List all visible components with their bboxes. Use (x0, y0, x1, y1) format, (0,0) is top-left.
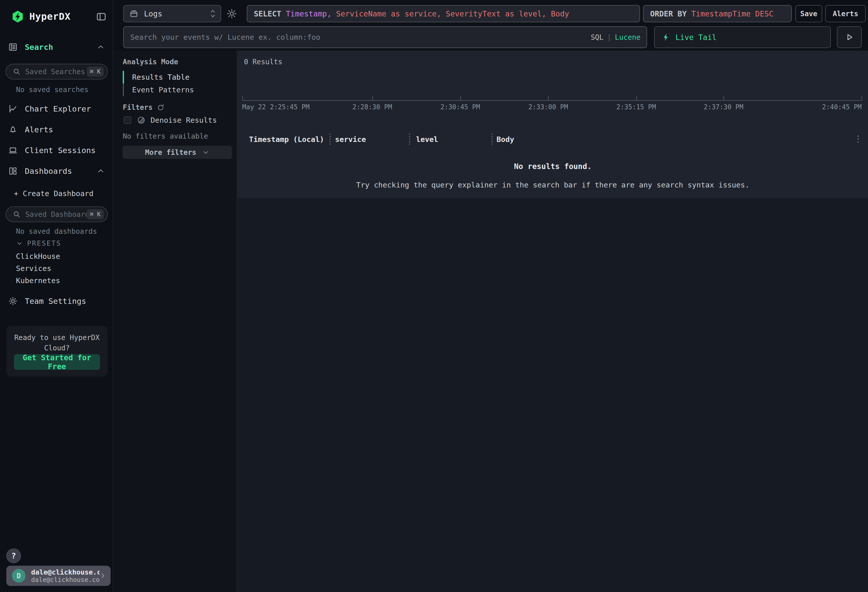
logs-list-icon (8, 42, 18, 52)
column-resize-handle[interactable] (329, 134, 331, 145)
get-started-button[interactable]: Get Started for Free (14, 354, 100, 370)
source-select-value: Logs (144, 9, 210, 18)
main-area: Logs SELECT Timestamp, ServiceName as se… (114, 0, 868, 592)
results-table-header: Timestamp (Local) service level Body ⋮ (238, 132, 868, 147)
axis-tick-label: 2:37:30 PM (704, 103, 744, 111)
search-icon (13, 210, 21, 218)
saved-searches-input[interactable]: Saved Searches ⌘ K (6, 64, 108, 80)
filters-title-row: Filters (123, 103, 165, 112)
source-settings-gear-icon[interactable] (226, 8, 238, 19)
live-tail-label: Live Tail (675, 33, 717, 42)
axis-tick-label: 2:35:15 PM (617, 103, 656, 111)
event-search-placeholder: Search your events w/ Lucene ex. column:… (130, 33, 590, 41)
language-separator: | (607, 33, 611, 41)
shortcut-badge: ⌘ K (87, 66, 104, 77)
brand-title: HyperDX (30, 11, 71, 22)
axis-tick-label: 2:28:30 PM (353, 103, 392, 111)
tab-results-table[interactable]: Results Table (123, 71, 229, 84)
select-chevrons-icon (210, 9, 216, 19)
active-tab-indicator (123, 71, 124, 84)
alerts-button[interactable]: Alerts (825, 5, 866, 22)
user-menu[interactable]: D dale@clickhouse.com dale@clickhouse.co… (6, 566, 111, 586)
axis-tick (723, 96, 724, 100)
sidebar-item-label: Team Settings (25, 297, 86, 306)
time-axis: May 22 2:25:45 PM 2:28:30 PM 2:30:45 PM … (242, 100, 862, 101)
presets-label: PRESETS (27, 239, 61, 247)
preset-item-kubernetes[interactable]: Kubernetes (16, 276, 60, 285)
tab-label: Results Table (132, 73, 189, 81)
presets-toggle[interactable]: PRESETS (16, 239, 61, 247)
axis-tick-label: May 22 2:25:45 PM (242, 103, 310, 111)
bell-icon (8, 125, 18, 134)
column-resize-handle[interactable] (492, 134, 493, 145)
axis-tick (372, 96, 373, 100)
refresh-icon[interactable] (156, 103, 165, 112)
preset-item-clickhouse[interactable]: ClickHouse (16, 252, 60, 261)
preset-item-services[interactable]: Services (16, 264, 52, 273)
search-icon (13, 68, 21, 76)
sidebar-item-label: Dashboards (25, 167, 72, 176)
filters-title: Filters (123, 103, 153, 112)
tab-event-patterns[interactable]: Event Patterns (123, 84, 229, 96)
select-query-input[interactable]: SELECT Timestamp, ServiceName as service… (247, 5, 640, 22)
sidebar-item-chart-explorer[interactable]: Chart Explorer (0, 102, 113, 116)
event-search-input[interactable]: Search your events w/ Lucene ex. column:… (123, 26, 647, 48)
chevron-right-icon (99, 573, 106, 579)
chevron-up-icon (96, 43, 105, 52)
sidebar-item-label: Alerts (25, 125, 53, 134)
sidebar-item-search[interactable]: Search (0, 40, 113, 54)
saved-searches-placeholder: Saved Searches (25, 68, 87, 76)
save-button[interactable]: Save (796, 5, 822, 22)
select-columns-rest: ServiceName as service, SeverityText as … (336, 9, 569, 18)
axis-tick-label: 2:33:00 PM (528, 103, 568, 111)
empty-state-hint: Try checking the query explainer in the … (238, 181, 868, 189)
gear-icon (8, 296, 18, 306)
sidebar-item-team-settings[interactable]: Team Settings (0, 294, 113, 308)
sidebar-item-label: Chart Explorer (25, 104, 91, 113)
chevron-up-icon (96, 167, 105, 175)
create-dashboard-button[interactable]: + Create Dashboard (14, 189, 93, 198)
saved-dashboards-input[interactable]: Saved Dashboards ⌘ K (6, 207, 108, 222)
order-by-input[interactable]: ORDER BY TimestampTime DESC (643, 5, 792, 22)
no-filters-text: No filters available (123, 132, 208, 140)
play-icon (844, 32, 854, 42)
chevron-down-icon (16, 240, 23, 247)
avatar: D (12, 569, 25, 583)
sidebar-collapse-icon[interactable] (96, 11, 107, 22)
results-count: 0 Results (244, 58, 282, 66)
sidebar-item-client-sessions[interactable]: Client Sessions (0, 143, 113, 157)
live-tail-button[interactable]: Live Tail (654, 26, 831, 48)
axis-tick (242, 96, 243, 100)
column-resize-handle[interactable] (409, 134, 410, 145)
empty-state-title: No results found. (238, 162, 868, 171)
help-button[interactable]: ? (6, 548, 21, 563)
user-email: dale@clickhouse.com (31, 568, 99, 576)
shortcut-badge: ⌘ K (87, 209, 104, 219)
denoise-results-toggle[interactable]: Denoise Results (124, 116, 217, 124)
hyperdx-logo-icon (11, 10, 24, 23)
no-saved-dashboards-text: No saved dashboards (16, 227, 97, 236)
hyperdx-app: HyperDX Search Saved Searches ⌘ K No sav… (0, 0, 868, 592)
more-filters-button[interactable]: More filters (123, 146, 232, 159)
more-filters-label: More filters (145, 148, 196, 156)
table-options-kebab-icon[interactable]: ⋮ (854, 134, 862, 144)
denoise-label: Denoise Results (151, 116, 217, 124)
query-language-toggle: SQL | Lucene (590, 33, 641, 41)
sidebar-item-alerts[interactable]: Alerts (0, 123, 113, 137)
column-header-level[interactable]: level (416, 135, 438, 144)
run-query-button[interactable] (837, 26, 862, 48)
chevron-down-icon (202, 149, 210, 156)
language-sql-option[interactable]: SQL (590, 33, 604, 41)
cloud-promo-line2: Cloud? (6, 344, 108, 352)
user-info: dale@clickhouse.com dale@clickhouse.com'… (31, 568, 99, 583)
select-keyword: SELECT (254, 9, 281, 18)
column-header-body[interactable]: Body (496, 135, 514, 144)
sidebar-item-dashboards[interactable]: Dashboards (0, 164, 113, 178)
column-header-service[interactable]: service (335, 135, 366, 144)
sidebar-item-label: Client Sessions (25, 146, 96, 155)
denoise-checkbox[interactable] (124, 117, 131, 124)
column-header-timestamp[interactable]: Timestamp (Local) (249, 135, 324, 144)
source-select[interactable]: Logs (123, 5, 221, 22)
dashboard-grid-icon (8, 166, 18, 176)
language-lucene-option[interactable]: Lucene (615, 33, 641, 41)
